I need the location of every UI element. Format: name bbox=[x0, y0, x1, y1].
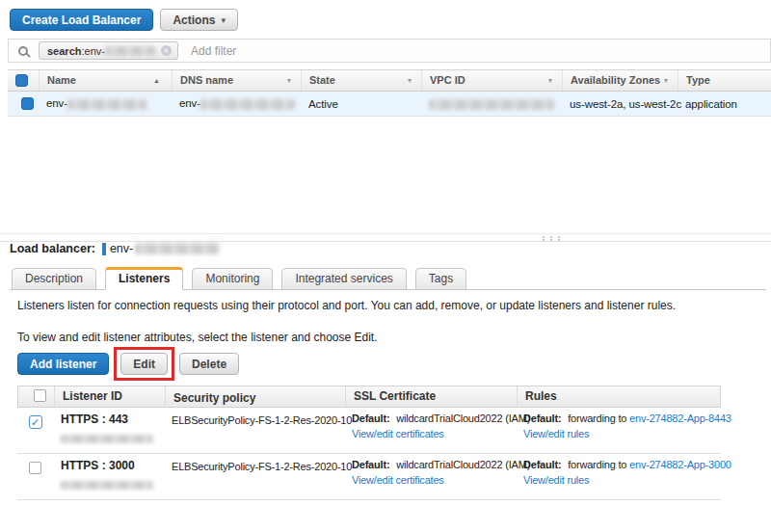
column-header-vpc-label: VPC ID bbox=[430, 70, 465, 91]
listener-id-value: HTTPS : 443 bbox=[61, 412, 164, 426]
listener-row-https-443[interactable]: HTTPS : 443 ELBSecurityPolicy-FS-1-2-Res… bbox=[17, 408, 721, 454]
view-edit-certificates-link[interactable]: View/edit certificates bbox=[352, 428, 444, 439]
filter-bar[interactable]: search : env- Add filter bbox=[8, 39, 771, 63]
lb-dns-cell: env- bbox=[172, 97, 301, 109]
rules-default-label: Default: bbox=[523, 412, 561, 424]
listener-checkbox-cell bbox=[17, 412, 53, 429]
column-header-type[interactable]: Type bbox=[678, 70, 771, 91]
column-header-type-label: Type bbox=[686, 70, 710, 91]
redacted-lb-name bbox=[67, 99, 146, 110]
column-header-name-label: Name bbox=[47, 70, 76, 91]
listeners-select-all-checkbox[interactable] bbox=[34, 389, 46, 402]
ssl-default-label: Default: bbox=[352, 459, 389, 470]
rules-target-link[interactable]: env-274882-App-3000 bbox=[629, 459, 731, 470]
search-filter-keyword: search bbox=[47, 45, 81, 57]
edit-annotation-box: Edit bbox=[114, 347, 174, 381]
actions-button[interactable]: Actions ▾ bbox=[160, 9, 238, 31]
load-balancers-table-header: Name ▲ DNS name ▾ State ▾ VPC ID ▾ Avail… bbox=[8, 69, 771, 92]
column-header-security-policy[interactable]: Security policy bbox=[165, 386, 345, 407]
selected-indicator-bar bbox=[102, 243, 106, 255]
rules-default-label: Default: bbox=[523, 459, 561, 470]
chevron-down-icon: ▾ bbox=[287, 70, 301, 91]
listener-row-https-3000[interactable]: HTTPS : 3000 ELBSecurityPolicy-FS-1-2-Re… bbox=[17, 454, 721, 500]
redacted-search-value bbox=[105, 46, 155, 56]
add-filter-placeholder[interactable]: Add filter bbox=[191, 44, 236, 58]
security-policy-cell: ELBSecurityPolicy-FS-1-2-Res-2020-10 bbox=[164, 459, 344, 472]
lb-dns-prefix: env- bbox=[179, 97, 200, 109]
select-all-checkbox[interactable] bbox=[15, 74, 28, 87]
select-all-checkbox-cell bbox=[8, 70, 39, 91]
tab-tags[interactable]: Tags bbox=[415, 268, 466, 290]
column-header-availability-zones[interactable]: Availability Zones ▾ bbox=[562, 70, 678, 91]
row-checkbox-cell bbox=[8, 97, 39, 110]
listener-checkbox-cell bbox=[17, 459, 53, 474]
rules-cell: Default: forwarding to env-274882-App-30… bbox=[516, 459, 721, 486]
column-header-vpc-id[interactable]: VPC ID ▾ bbox=[421, 70, 562, 91]
create-load-balancer-button[interactable]: Create Load Balancer bbox=[10, 9, 153, 31]
redacted-lb-title-name bbox=[135, 243, 220, 254]
edit-button[interactable]: Edit bbox=[120, 353, 168, 375]
listeners-select-all-cell bbox=[18, 386, 54, 407]
lb-state-cell: Active bbox=[301, 98, 421, 110]
remove-filter-icon[interactable] bbox=[161, 45, 172, 56]
rules-action-text: forwarding to bbox=[568, 412, 626, 424]
load-balancer-label: Load balancer: bbox=[10, 242, 95, 255]
ssl-certificate-cell: Default: wildcardTrialCloud2022 (IAM) Vi… bbox=[344, 412, 516, 439]
listener-id-cell: HTTPS : 3000 bbox=[53, 459, 164, 493]
redacted-vpc-id bbox=[429, 99, 554, 110]
lb-type-cell: application bbox=[678, 98, 771, 110]
lb-name-cell: env- bbox=[39, 97, 172, 109]
search-icon bbox=[18, 46, 28, 56]
listeners-edit-hint-text: To view and edit listener attributes, se… bbox=[17, 331, 378, 344]
column-header-dns-label: DNS name bbox=[180, 70, 233, 91]
chevron-down-icon: ▾ bbox=[548, 70, 562, 91]
detail-tabs: Description Listeners Monitoring Integra… bbox=[12, 267, 466, 290]
view-edit-rules-link[interactable]: View/edit rules bbox=[523, 428, 589, 439]
listener-checkbox-checked[interactable] bbox=[29, 415, 42, 429]
search-filter-value-prefix: env- bbox=[85, 45, 105, 57]
listeners-intro-text: Listeners listen for connection requests… bbox=[17, 299, 676, 312]
listeners-table: Listener ID Security policy SSL Certific… bbox=[17, 386, 721, 500]
tab-description[interactable]: Description bbox=[12, 268, 96, 290]
listener-id-value: HTTPS : 3000 bbox=[61, 459, 164, 472]
lb-az-cell: us-west-2a, us-west-2c bbox=[562, 98, 678, 110]
ec2-load-balancers-page: Create Load Balancer Actions ▾ search : … bbox=[0, 0, 771, 532]
toolbar: Create Load Balancer Actions ▾ bbox=[10, 9, 238, 31]
rules-cell: Default: forwarding to env-274882-App-84… bbox=[516, 412, 721, 439]
rules-target-link[interactable]: env-274882-App-8443 bbox=[629, 412, 731, 424]
load-balancers-table: Name ▲ DNS name ▾ State ▾ VPC ID ▾ Avail… bbox=[8, 69, 771, 117]
search-filter-tag[interactable]: search : env- bbox=[39, 41, 178, 60]
tab-listeners[interactable]: Listeners bbox=[105, 267, 183, 290]
load-balancer-row[interactable]: env- env- Active us-west-2a, us-west-2c … bbox=[8, 92, 771, 117]
view-edit-rules-link[interactable]: View/edit rules bbox=[523, 474, 589, 486]
chevron-down-icon: ▾ bbox=[221, 15, 226, 25]
pane-splitter[interactable] bbox=[0, 233, 771, 242]
splitter-drag-handle-icon bbox=[543, 236, 560, 241]
column-header-listener-id[interactable]: Listener ID bbox=[54, 386, 165, 407]
tab-integrated-services[interactable]: Integrated services bbox=[281, 268, 406, 290]
view-edit-certificates-link[interactable]: View/edit certificates bbox=[352, 474, 444, 486]
actions-button-label: Actions bbox=[173, 13, 215, 27]
column-header-name[interactable]: Name ▲ bbox=[39, 70, 172, 91]
lb-name-prefix: env- bbox=[46, 97, 67, 109]
column-header-ssl-certificate[interactable]: SSL Certificate bbox=[345, 386, 517, 407]
delete-button[interactable]: Delete bbox=[179, 353, 239, 375]
column-header-rules[interactable]: Rules bbox=[517, 386, 722, 407]
ssl-certificate-cell: Default: wildcardTrialCloud2022 (IAM) Vi… bbox=[344, 459, 516, 486]
ssl-default-label: Default: bbox=[352, 412, 389, 424]
listener-actions: Add listener Edit Delete bbox=[17, 347, 239, 381]
row-checkbox[interactable] bbox=[21, 97, 34, 110]
detail-panel-title: Load balancer: env- bbox=[10, 242, 220, 255]
add-listener-button[interactable]: Add listener bbox=[17, 353, 109, 375]
sort-ascending-icon: ▲ bbox=[153, 70, 172, 91]
ssl-certificate-name: wildcardTrialCloud2022 (IAM) bbox=[396, 412, 530, 424]
listener-id-cell: HTTPS : 443 bbox=[53, 412, 164, 447]
load-balancer-name-prefix: env- bbox=[110, 242, 133, 255]
tab-monitoring[interactable]: Monitoring bbox=[192, 268, 273, 290]
ssl-certificate-name: wildcardTrialCloud2022 (IAM) bbox=[396, 459, 530, 470]
listener-checkbox-unchecked[interactable] bbox=[29, 462, 41, 474]
column-header-dns-name[interactable]: DNS name ▾ bbox=[172, 70, 301, 91]
column-header-state[interactable]: State ▾ bbox=[301, 70, 421, 91]
lb-vpc-cell bbox=[421, 97, 562, 109]
chevron-down-icon: ▾ bbox=[664, 70, 678, 91]
